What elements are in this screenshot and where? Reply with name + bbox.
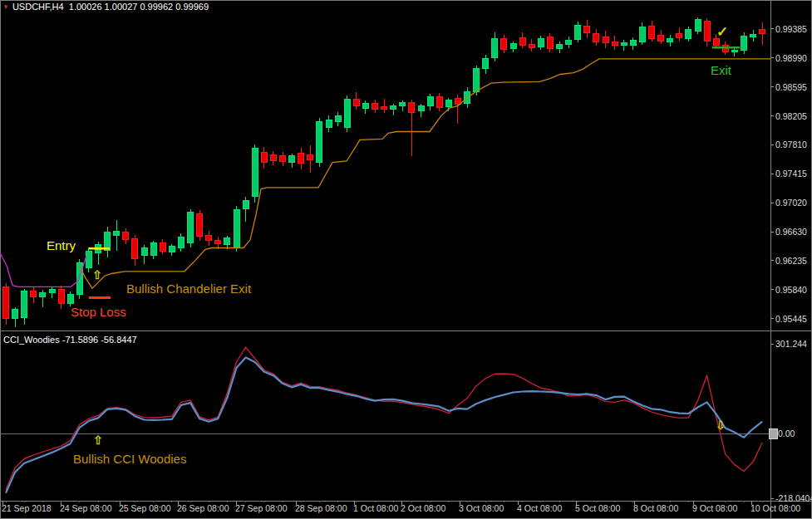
candle [197,214,203,237]
time-tick-label: 24 Sep 08:00 [60,504,111,513]
candle [621,42,627,46]
candle [584,27,590,33]
candle [427,96,433,106]
time-tick-label: 28 Sep 08:00 [295,504,347,513]
candle [224,238,230,245]
previous_trail [0,253,86,287]
candle [547,37,553,48]
cci-down-arrow-icon[interactable]: ⇩ [716,419,726,431]
time-tick-label: 10 Oct 08:00 [750,504,800,513]
candle [178,237,184,247]
entry-label[interactable]: Entry [47,239,76,252]
buy-arrow-icon[interactable]: ⇧ [92,269,102,281]
time-tick-label: 26 Sep 08:00 [177,504,229,513]
candle [86,251,91,267]
candle [40,293,46,297]
mt4-chart-window: ▼USDCHF,H4 1.00026 1.00027 0.99962 0.999… [0,0,812,519]
candle [593,34,599,42]
cci_fast_red [6,347,762,490]
candle [289,156,295,163]
chart-symbol: USDCHF,H4 [12,2,64,12]
price-tick-label: 0.98205 [775,112,807,121]
candle [308,155,313,159]
candle [667,38,673,42]
candle [557,44,563,48]
candle [695,20,701,31]
candle [501,39,507,49]
candle [372,103,378,109]
candle [741,36,747,50]
price-tick-label: 0.97020 [775,198,807,208]
candles-layer [3,17,765,327]
candle [105,233,111,250]
candle [12,310,18,319]
candle [612,42,618,45]
candle [31,291,37,297]
cci-up-arrow-icon[interactable]: ⇧ [93,434,103,446]
frame-lines [0,0,812,519]
stop_loss-line[interactable] [89,296,111,299]
bullish-cci-label[interactable]: Bullish CCI Woodies [73,453,186,465]
entry-line[interactable] [89,247,110,250]
cci-tick-label: -218.0404 [775,494,812,503]
candle [474,68,480,91]
candle [731,50,737,52]
price-tick-label: 0.97415 [775,169,807,179]
price-tick-label: 0.98595 [775,83,807,92]
candle [215,241,221,244]
price-tick-label: 0.95445 [775,315,807,324]
candle [169,247,175,252]
candle [132,239,138,259]
chart-canvas[interactable] [0,0,812,519]
chart-quotes: 1.00026 1.00027 0.99962 0.99969 [69,2,209,12]
candle [519,37,525,45]
price-tick-label: 0.99385 [775,25,807,34]
candle [483,59,489,69]
candle [123,233,129,240]
candle [67,294,73,304]
time-tick-label: 27 Sep 08:00 [235,504,287,513]
candle [270,155,276,161]
cci-current-value-marker [769,428,778,439]
candle [603,37,608,42]
candle [58,289,64,304]
time-tick-label: 2 Oct 08:00 [401,504,445,513]
chandelier-exit-label[interactable]: Bullish Chandelier Exit [126,282,251,295]
candle [566,41,572,44]
candle [243,201,249,209]
candle [760,29,765,33]
time-tick-label: 4 Oct 08:00 [517,504,562,513]
cci-tick-label: 301.244 [775,340,807,349]
candle [630,41,636,45]
candle [704,22,710,42]
candle [639,27,645,42]
candle [335,115,341,121]
candle [409,102,415,112]
exit-label[interactable]: Exit [711,64,731,76]
candle [418,106,424,111]
candle [22,291,27,318]
time-tick-label: 1 Oct 08:00 [353,504,398,513]
chart-title: ▼USDCHF,H4 1.00026 1.00027 0.99962 0.999… [2,2,209,12]
candle [280,156,286,162]
candle [575,25,581,40]
candle [326,120,332,127]
cci-tick-label: 0.00 [778,429,795,438]
candle [317,121,322,163]
candle [114,231,120,235]
candle [298,153,304,163]
candle [188,213,194,242]
candle [252,148,258,196]
time-tick-label: 8 Oct 08:00 [633,504,678,513]
stop-loss-label[interactable]: Stop Loss [71,306,126,318]
time-tick-label: 21 Sep 2018 [2,504,52,513]
check-mark-icon[interactable]: ✓ [716,25,728,39]
time-tick-label: 9 Oct 08:00 [692,504,737,513]
chart-dropdown-arrow-icon[interactable]: ▼ [2,3,9,11]
price-tick-label: 0.96630 [775,228,807,237]
bullish_chandelier_exit [79,59,770,288]
exit-line[interactable] [712,47,740,49]
candle [658,36,664,42]
price-tick-label: 0.96235 [775,257,807,266]
candle [750,35,756,37]
